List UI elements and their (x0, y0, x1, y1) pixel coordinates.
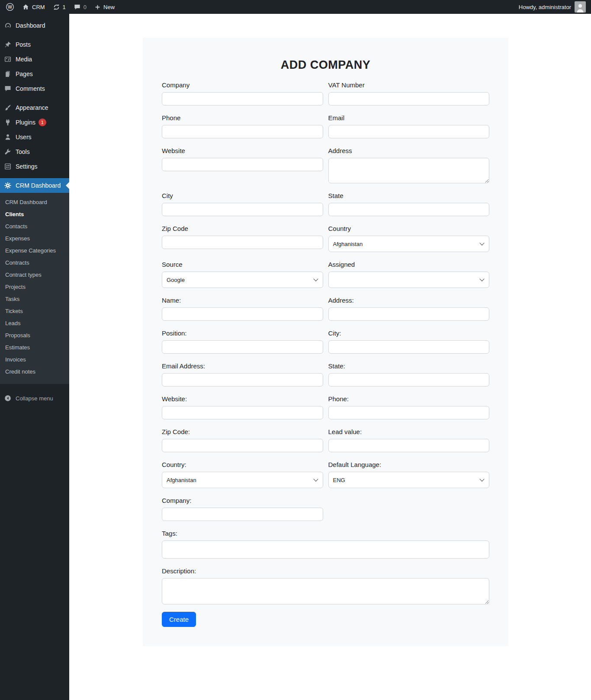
new-label: New (103, 4, 115, 10)
updates-button[interactable]: 1 (49, 0, 70, 14)
submenu-item-tickets[interactable]: Tickets (0, 305, 69, 317)
sidebar-item-label: Pages (16, 70, 33, 77)
sidebar-item-tools[interactable]: Tools (0, 144, 69, 159)
description-label: Description: (162, 567, 489, 575)
update-count: 1 (63, 4, 66, 10)
submenu-item-expenses[interactable]: Expenses (0, 233, 69, 245)
sidebar-item-label: Dashboard (16, 22, 45, 29)
form-row: Name: Address: (162, 297, 489, 321)
email-input[interactable] (328, 125, 490, 138)
lead-value-input[interactable] (328, 439, 490, 452)
submenu-item-crm-dashboard[interactable]: CRM Dashboard (0, 196, 69, 208)
source-select[interactable]: Google (162, 272, 323, 288)
submenu-item-proposals[interactable]: Proposals (0, 329, 69, 342)
country-label: Country (328, 225, 490, 232)
sidebar-item-crm-dashboard[interactable]: CRM Dashboard (0, 178, 69, 193)
submenu-item-credit-notes[interactable]: Credit notes (0, 366, 69, 378)
sidebar-item-users[interactable]: Users (0, 130, 69, 144)
wordpress-menu-button[interactable]: W (2, 0, 18, 14)
submenu-item-contract-types[interactable]: Contract types (0, 269, 69, 281)
comments-icon (0, 85, 16, 93)
submenu-item-contacts[interactable]: Contacts (0, 221, 69, 233)
submenu-item-projects[interactable]: Projects (0, 281, 69, 293)
state-label: State (328, 192, 490, 199)
phone-label: Phone (162, 114, 323, 121)
admin-bar-left: W CRM 1 0 New (0, 0, 119, 14)
company-label: Company (162, 81, 323, 89)
contact-name-input[interactable] (162, 307, 323, 321)
submenu-item-tasks[interactable]: Tasks (0, 293, 69, 305)
vat-number-input[interactable] (328, 92, 490, 105)
menu-separator (0, 96, 69, 100)
zip-code-input[interactable] (162, 236, 323, 249)
website-input[interactable] (162, 158, 323, 171)
create-button[interactable]: Create (162, 612, 196, 627)
pages-icon (0, 70, 16, 78)
form-row: Source Google Assigned (162, 261, 489, 288)
phone-input[interactable] (162, 125, 323, 138)
crm-submenu: CRM Dashboard Clients Contacts Expenses … (0, 193, 69, 384)
submenu-item-expense-categories[interactable]: Expense Categories (0, 245, 69, 257)
wrench-icon (0, 148, 16, 156)
contact-website-input[interactable] (162, 406, 323, 419)
assigned-label: Assigned (328, 261, 490, 268)
plugin-icon (0, 118, 16, 126)
dashboard-icon (0, 22, 16, 30)
tags-input[interactable] (162, 540, 489, 559)
submenu-item-estimates[interactable]: Estimates (0, 342, 69, 354)
assigned-select[interactable] (328, 272, 490, 288)
sidebar-item-media[interactable]: Media (0, 52, 69, 67)
default-language-select[interactable]: ENG (328, 472, 490, 488)
avatar[interactable] (575, 1, 586, 13)
svg-text:W: W (8, 4, 12, 10)
home-icon (22, 3, 29, 11)
address-textarea[interactable] (328, 158, 490, 183)
contact-state-input[interactable] (328, 373, 490, 387)
collapse-menu-button[interactable]: Collapse menu (0, 391, 69, 406)
form-row: Email Address: State: (162, 362, 489, 387)
admin-bar-right: Howdy, administrator (519, 1, 591, 13)
sidebar-item-comments[interactable]: Comments (0, 81, 69, 96)
paintbrush-icon (0, 104, 16, 112)
tags-label: Tags: (162, 530, 489, 537)
position-input[interactable] (162, 340, 323, 354)
sidebar-item-appearance[interactable]: Appearance (0, 100, 69, 115)
howdy-text[interactable]: Howdy, administrator (519, 4, 571, 10)
country-select[interactable]: Afghanistan (328, 236, 490, 252)
contact-website-label: Website: (162, 395, 323, 403)
avatar-person-icon (575, 2, 585, 13)
email-address-input[interactable] (162, 373, 323, 387)
new-content-button[interactable]: New (90, 0, 119, 14)
sidebar-item-settings[interactable]: Settings (0, 159, 69, 174)
contact-zip-input[interactable] (162, 439, 323, 452)
submenu-item-invoices[interactable]: Invoices (0, 354, 69, 366)
sidebar-item-dashboard[interactable]: Dashboard (0, 18, 69, 33)
contact-country-select[interactable]: Afghanistan (162, 472, 323, 488)
comments-button[interactable]: 0 (70, 0, 90, 14)
contact-name-label: Name: (162, 297, 323, 304)
submenu-item-clients[interactable]: Clients (0, 208, 69, 221)
submenu-item-contracts[interactable]: Contracts (0, 257, 69, 269)
form-row: Company: (162, 497, 489, 521)
contact-phone-label: Phone: (328, 395, 490, 403)
contact-country-label: Country: (162, 461, 323, 468)
city-label: City (162, 192, 323, 199)
sidebar-item-posts[interactable]: Posts (0, 37, 69, 52)
sidebar-item-plugins[interactable]: Plugins 1 (0, 115, 69, 130)
email-address-label: Email Address: (162, 362, 323, 370)
pushpin-icon (0, 41, 16, 48)
city-input[interactable] (162, 203, 323, 216)
company-input[interactable] (162, 92, 323, 105)
lead-value-label: Lead value: (328, 428, 490, 435)
contact-city-input[interactable] (328, 340, 490, 354)
vat-number-label: VAT Number (328, 81, 490, 89)
contact-phone-input[interactable] (328, 406, 490, 419)
contact-address-input[interactable] (328, 307, 490, 321)
submenu-item-leads[interactable]: Leads (0, 317, 69, 329)
description-textarea[interactable] (162, 578, 489, 604)
sidebar-item-label: Posts (16, 41, 31, 48)
state-input[interactable] (328, 203, 490, 216)
site-link[interactable]: CRM (18, 0, 49, 14)
sidebar-item-pages[interactable]: Pages (0, 67, 69, 81)
contact-company-input[interactable] (162, 508, 323, 521)
